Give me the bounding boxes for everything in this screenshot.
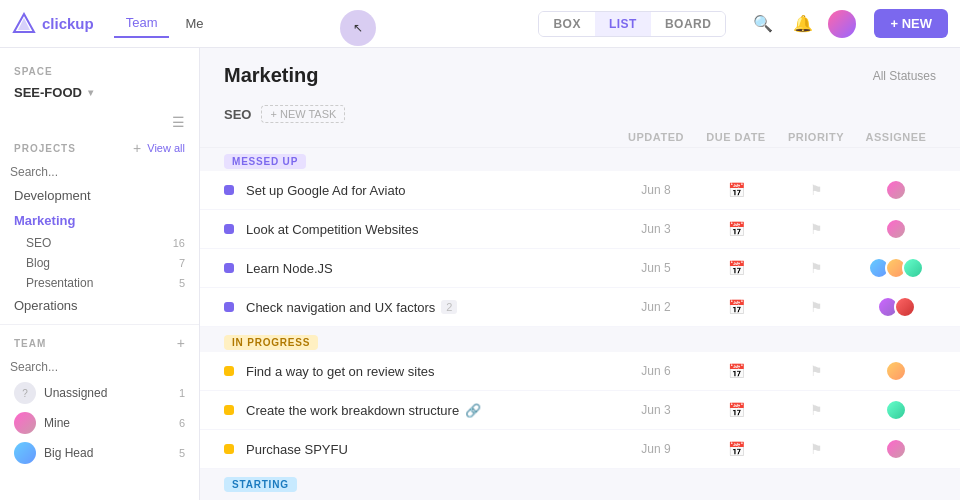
task-assignee	[856, 296, 936, 318]
priority-icon: ⚑	[810, 221, 823, 237]
task-priority: ⚑	[776, 260, 856, 276]
filter-icon-area: ☰	[0, 108, 199, 136]
table-row[interactable]: Find a way to get on review sites Jun 6 …	[200, 352, 960, 391]
group-in-progress: IN PROGRESS Find a way to get on review …	[200, 329, 960, 469]
table-row[interactable]: Set up Google Ad for Aviato Jun 8 📅 ⚑	[200, 171, 960, 210]
view-board[interactable]: BOARD	[651, 12, 726, 36]
sidebar-sub-blog[interactable]: Blog7	[0, 253, 199, 273]
status-badge-starting: STARTING	[224, 477, 297, 492]
task-priority: ⚑	[776, 363, 856, 379]
new-button[interactable]: + NEW	[874, 9, 948, 38]
task-duedate: 📅	[696, 182, 776, 198]
team-search-input[interactable]	[10, 360, 189, 374]
task-priority: ⚑	[776, 182, 856, 198]
project-search-input[interactable]	[10, 165, 189, 179]
status-badge-in-progress: IN PROGRESS	[224, 335, 318, 350]
add-team-icon[interactable]: +	[177, 335, 185, 351]
view-box[interactable]: BOX	[539, 12, 595, 36]
sidebar-item-development[interactable]: Development	[0, 183, 199, 208]
space-arrow-icon: ▾	[88, 87, 93, 98]
section-header: SEO + NEW TASK	[200, 95, 960, 127]
sidebar: SPACE SEE-FOOD ▾ ☰ PROJECTS + View all D…	[0, 48, 200, 500]
topnav: clickup Team Me ↖ BOX LIST BOARD 🔍 🔔 + N…	[0, 0, 960, 48]
table-headers: UPDATED DUE DATE PRIORITY ASSIGNEE	[200, 127, 960, 148]
link-icon: 🔗	[465, 403, 481, 418]
task-assignee	[856, 218, 936, 240]
add-project-icon[interactable]: +	[133, 140, 141, 156]
task-duedate: 📅	[696, 441, 776, 457]
task-priority: ⚑	[776, 299, 856, 315]
projects-header: PROJECTS + View all	[0, 136, 199, 160]
nav-tab-me[interactable]: Me	[173, 9, 215, 38]
member-unassigned[interactable]: ? Unassigned 1	[0, 378, 199, 408]
task-name: Set up Google Ad for Aviato	[246, 183, 616, 198]
task-name: Check navigation and UX factors 2	[246, 300, 616, 315]
task-assignee	[856, 399, 936, 421]
space-name[interactable]: SEE-FOOD ▾	[0, 81, 199, 108]
task-dot	[224, 224, 234, 234]
calendar-icon: 📅	[728, 260, 745, 276]
task-updated: Jun 3	[616, 222, 696, 236]
task-name: Learn Node.JS	[246, 261, 616, 276]
avatar	[885, 399, 907, 421]
calendar-icon: 📅	[728, 182, 745, 198]
user-avatar[interactable]	[828, 10, 856, 38]
sidebar-item-operations[interactable]: Operations	[0, 293, 199, 318]
nav-tab-team[interactable]: Team	[114, 9, 170, 38]
sidebar-divider	[0, 324, 199, 325]
table-row[interactable]: Look at Competition Websites Jun 3 📅 ⚑	[200, 210, 960, 249]
task-updated: Jun 3	[616, 403, 696, 417]
table-row[interactable]: Learn Node.JS Jun 5 📅 ⚑	[200, 249, 960, 288]
col-assignee-header: ASSIGNEE	[856, 131, 936, 143]
view-list[interactable]: LIST	[595, 12, 651, 36]
sidebar-sub-presentation[interactable]: Presentation5	[0, 273, 199, 293]
member-mine[interactable]: Mine 6	[0, 408, 199, 438]
sidebar-item-marketing[interactable]: Marketing	[0, 208, 199, 233]
all-status-label[interactable]: All Statuses	[873, 69, 936, 83]
task-duedate: 📅	[696, 363, 776, 379]
task-dot	[224, 405, 234, 415]
priority-icon: ⚑	[810, 260, 823, 276]
group-starting: STARTING	[200, 471, 960, 494]
task-duedate: 📅	[696, 260, 776, 276]
table-row[interactable]: Purchase SPYFU Jun 9 📅 ⚑	[200, 430, 960, 469]
filter-icon[interactable]: ☰	[172, 114, 185, 130]
task-duedate: 📅	[696, 299, 776, 315]
section-name: SEO	[224, 107, 251, 122]
task-assignee	[856, 257, 936, 279]
priority-icon: ⚑	[810, 299, 823, 315]
bighead-avatar	[14, 442, 36, 464]
task-duedate: 📅	[696, 221, 776, 237]
view-all-link[interactable]: View all	[147, 142, 185, 154]
team-header: TEAM +	[0, 331, 199, 355]
priority-icon: ⚑	[810, 441, 823, 457]
new-task-button[interactable]: + NEW TASK	[261, 105, 345, 123]
sidebar-sub-seo[interactable]: SEO16	[0, 233, 199, 253]
calendar-icon: 📅	[728, 299, 745, 315]
table-row[interactable]: Check navigation and UX factors 2 Jun 2 …	[200, 288, 960, 327]
task-dot	[224, 302, 234, 312]
task-name: Look at Competition Websites	[246, 222, 616, 237]
logo: clickup	[12, 12, 94, 36]
task-assignee	[856, 360, 936, 382]
col-task-header	[248, 131, 616, 143]
unassigned-avatar: ?	[14, 382, 36, 404]
task-updated: Jun 6	[616, 364, 696, 378]
avatar	[885, 360, 907, 382]
space-label: SPACE	[0, 58, 199, 81]
notification-icon-btn[interactable]: 🔔	[788, 9, 818, 39]
topnav-icons: 🔍 🔔 + NEW	[748, 9, 948, 39]
member-bighead[interactable]: Big Head 5	[0, 438, 199, 468]
avatar	[902, 257, 924, 279]
table-row[interactable]: Create the work breakdown structure 🔗 Ju…	[200, 391, 960, 430]
task-assignee	[856, 438, 936, 460]
task-priority: ⚑	[776, 402, 856, 418]
col-updated-header: UPDATED	[616, 131, 696, 143]
task-dot	[224, 444, 234, 454]
logo-text: clickup	[42, 15, 94, 32]
search-icon-btn[interactable]: 🔍	[748, 9, 778, 39]
avatar	[894, 296, 916, 318]
task-name: Create the work breakdown structure 🔗	[246, 403, 616, 418]
calendar-icon: 📅	[728, 363, 745, 379]
avatar	[885, 438, 907, 460]
